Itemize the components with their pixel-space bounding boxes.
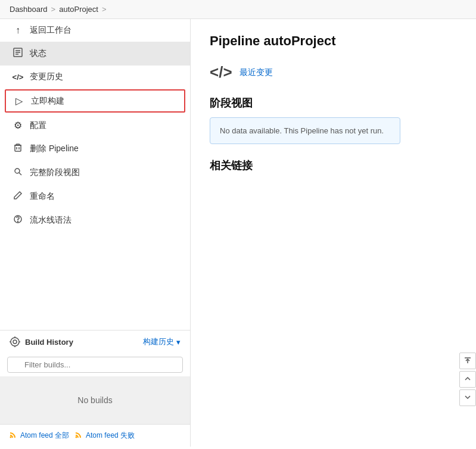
svg-point-11	[11, 338, 19, 346]
breadcrumb: Dashboard > autoProject >	[0, 0, 476, 19]
question-icon	[12, 214, 24, 226]
atom-feed-bar: Atom feed 全部 Atom feed 失败	[0, 424, 190, 447]
sidebar-item-rename[interactable]: 重命名	[0, 185, 190, 208]
svg-point-17	[10, 436, 12, 438]
stage-view-heading: 阶段视图	[210, 96, 457, 110]
breadcrumb-autoproject[interactable]: autoProject	[59, 5, 98, 14]
sidebar-item-history[interactable]: </> 变更历史	[0, 66, 190, 88]
pipeline-info-text: No data available. This Pipeline has not…	[220, 126, 384, 135]
sidebar-item-back[interactable]: ↑ 返回工作台	[0, 19, 190, 42]
build-history-icon	[10, 336, 20, 347]
nav-up-icon	[464, 375, 471, 384]
search-icon	[12, 167, 24, 179]
sidebar-item-syntax[interactable]: 流水线语法	[0, 208, 190, 232]
atom-feed-fail-label: Atom feed 失败	[86, 431, 135, 441]
build-history-cn-label: 构建历史	[143, 336, 174, 347]
no-builds-area: No builds	[0, 376, 190, 424]
nav-down-button[interactable]	[459, 389, 476, 406]
sidebar-label-history: 变更历史	[30, 71, 63, 82]
sidebar-label-config: 配置	[30, 120, 46, 131]
dropdown-arrow-icon: ▾	[176, 338, 181, 347]
arrow-up-icon: ↑	[12, 25, 24, 36]
sidebar-label-status: 状态	[30, 48, 46, 59]
pencil-icon	[12, 191, 24, 202]
related-links-heading: 相关链接	[210, 158, 457, 173]
breadcrumb-sep-1: >	[51, 5, 56, 14]
breadcrumb-dashboard[interactable]: Dashboard	[10, 5, 48, 14]
sidebar-nav: ↑ 返回工作台 状态 </> 变更历史	[0, 19, 190, 330]
sidebar-label-build-now: 立即构建	[31, 96, 64, 107]
sidebar-label-rename: 重命名	[30, 191, 55, 202]
build-history-title: Build History	[10, 336, 73, 347]
no-builds-text: No builds	[77, 395, 112, 405]
pipeline-info-box: No data available. This Pipeline has not…	[210, 117, 400, 144]
sidebar-item-delete[interactable]: 删除 Pipeline	[0, 137, 190, 161]
nav-top-button[interactable]	[459, 353, 476, 369]
nav-down-icon	[464, 393, 471, 403]
gear-icon: ⚙	[12, 120, 24, 131]
rss-icon-fail	[75, 431, 82, 440]
svg-line-8	[19, 173, 21, 175]
sidebar-item-full-stage[interactable]: 完整阶段视图	[0, 161, 190, 185]
trash-icon	[12, 143, 24, 155]
build-history-dropdown[interactable]: 构建历史 ▾	[143, 336, 181, 347]
svg-point-10	[18, 222, 18, 222]
nav-up-button[interactable]	[459, 371, 476, 388]
atom-feed-all-link[interactable]: Atom feed 全部	[20, 431, 69, 441]
sidebar-item-build-now[interactable]: ▷ 立即构建	[5, 89, 185, 113]
page-title: Pipeline autoProject	[210, 33, 457, 49]
atom-feed-all-label: Atom feed 全部	[20, 431, 69, 441]
filter-wrapper-inner: 🔍	[7, 357, 183, 373]
right-nav-controls	[459, 353, 476, 406]
recent-changes-row: </> 最近变更	[210, 63, 457, 82]
build-history-header: Build History 构建历史 ▾	[0, 330, 190, 353]
svg-point-7	[15, 169, 20, 173]
sidebar-item-status[interactable]: 状态	[0, 42, 190, 66]
svg-point-12	[13, 340, 17, 344]
code-tag-icon: </>	[210, 63, 232, 82]
filter-input-wrapper: 🔍	[0, 353, 190, 376]
sidebar: ↑ 返回工作台 状态 </> 变更历史	[0, 19, 191, 447]
nav-top-icon	[464, 356, 471, 366]
status-icon	[12, 48, 24, 60]
build-history-label: Build History	[25, 338, 73, 347]
atom-feed-fail-link[interactable]: Atom feed 失败	[86, 431, 135, 441]
sidebar-label-full-stage: 完整阶段视图	[30, 167, 80, 178]
play-icon: ▷	[13, 95, 25, 107]
sidebar-label-back: 返回工作台	[30, 25, 71, 36]
recent-changes-link[interactable]: 最近变更	[239, 67, 273, 78]
sidebar-label-syntax: 流水线语法	[30, 215, 71, 226]
build-history-section: Build History 构建历史 ▾ 🔍 No builds	[0, 330, 190, 447]
rss-icon-all	[10, 431, 17, 440]
main-content: Pipeline autoProject </> 最近变更 阶段视图 No da…	[191, 19, 476, 194]
code-icon: </>	[12, 73, 24, 82]
svg-rect-4	[15, 145, 21, 151]
breadcrumb-sep-2: >	[102, 5, 107, 14]
svg-point-18	[76, 436, 77, 438]
filter-builds-input[interactable]	[7, 357, 183, 373]
sidebar-label-delete: 删除 Pipeline	[30, 144, 79, 154]
sidebar-item-config[interactable]: ⚙ 配置	[0, 114, 190, 137]
main-layout: ↑ 返回工作台 状态 </> 变更历史	[0, 19, 476, 447]
